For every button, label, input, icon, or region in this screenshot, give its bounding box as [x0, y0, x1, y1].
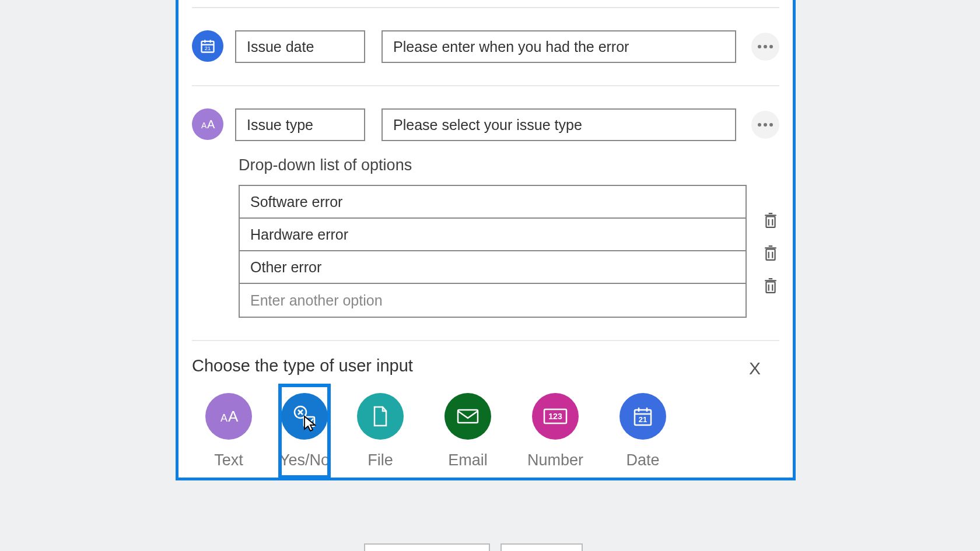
- text-icon: AA: [205, 393, 252, 440]
- svg-rect-29: [458, 410, 478, 423]
- input-type-tiles: AA Text Yes/No: [206, 393, 779, 469]
- file-icon: [357, 393, 404, 440]
- svg-text:21: 21: [205, 45, 211, 51]
- calendar-icon: 21: [620, 393, 666, 440]
- svg-rect-7: [766, 217, 775, 227]
- svg-text:A: A: [220, 412, 228, 424]
- input-name-field[interactable]: [235, 108, 365, 141]
- input-type-email[interactable]: Email: [445, 393, 491, 469]
- more-options-button[interactable]: [751, 111, 779, 139]
- svg-text:A: A: [228, 408, 239, 425]
- flow-trigger-card: 21 A A: [176, 0, 796, 480]
- email-icon: [444, 393, 491, 440]
- calendar-icon: 21: [192, 30, 223, 62]
- svg-rect-17: [766, 282, 775, 293]
- text-icon: A A: [192, 108, 223, 140]
- dropdown-option-input[interactable]: [240, 219, 746, 251]
- tile-label: Text: [214, 451, 243, 469]
- svg-text:A: A: [207, 118, 215, 131]
- input-description-field[interactable]: [382, 30, 736, 63]
- dropdown-label: Drop-down list of options: [239, 156, 779, 174]
- choose-input-type-section: Choose the type of user input X AA Text: [192, 356, 779, 469]
- input-type-yesno[interactable]: Yes/No: [282, 387, 327, 475]
- ellipsis-icon: [758, 123, 773, 127]
- input-type-number[interactable]: 123 Number: [533, 393, 578, 469]
- delete-option-button[interactable]: [762, 243, 779, 264]
- dropdown-options-section: Drop-down list of options: [239, 156, 779, 318]
- input-type-file[interactable]: File: [358, 393, 403, 469]
- ellipsis-icon: [758, 45, 773, 48]
- input-type-text[interactable]: AA Text: [206, 393, 251, 469]
- dropdown-add-option-input[interactable]: [240, 284, 746, 317]
- footer-actions: + New step Save: [364, 543, 583, 551]
- close-button[interactable]: X: [749, 359, 761, 378]
- delete-option-button[interactable]: [762, 275, 779, 296]
- divider: [192, 340, 779, 341]
- new-step-button[interactable]: + New step: [364, 543, 490, 551]
- tile-label: Number: [527, 451, 583, 469]
- yesno-icon: [281, 393, 328, 440]
- svg-text:123: 123: [548, 412, 562, 421]
- save-button[interactable]: Save: [501, 543, 583, 551]
- dropdown-option-input[interactable]: [240, 251, 746, 284]
- tile-label: Date: [626, 451, 659, 469]
- delete-option-button[interactable]: [762, 210, 779, 231]
- input-type-date[interactable]: 21 Date: [620, 393, 666, 469]
- input-name-field[interactable]: [235, 30, 365, 63]
- tile-label: File: [368, 451, 393, 469]
- svg-text:21: 21: [639, 415, 647, 424]
- input-row-issue-type: A A: [178, 86, 793, 141]
- number-icon: 123: [532, 393, 579, 440]
- tile-label: Email: [448, 451, 488, 469]
- input-row-issue-date: 21: [178, 8, 793, 63]
- tile-label: Yes/No: [279, 451, 330, 469]
- choose-title: Choose the type of user input: [192, 356, 779, 375]
- svg-text:A: A: [201, 121, 207, 130]
- dropdown-option-input[interactable]: [240, 186, 746, 219]
- input-description-field[interactable]: [382, 108, 736, 141]
- more-options-button[interactable]: [751, 33, 779, 61]
- svg-rect-12: [766, 250, 775, 260]
